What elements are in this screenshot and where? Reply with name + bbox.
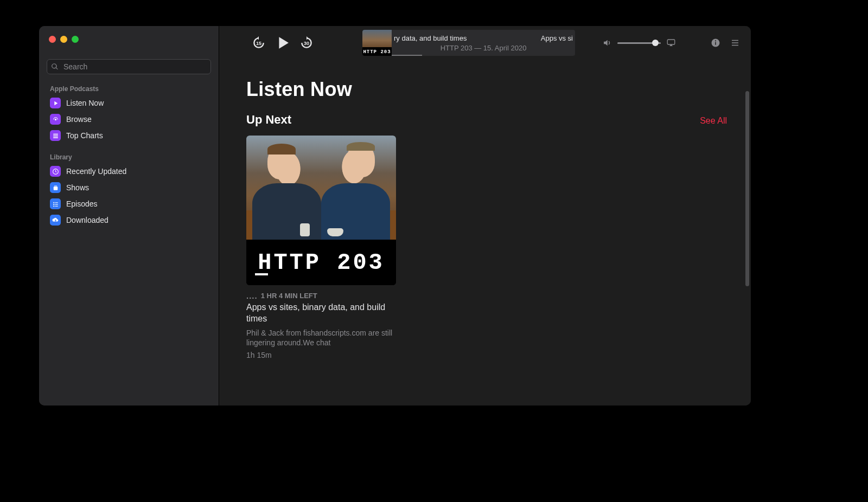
sidebar-item-episodes[interactable]: Episodes (47, 196, 211, 212)
download-cloud-icon (50, 215, 61, 226)
list-icon (50, 130, 61, 141)
sidebar-item-shows[interactable]: Shows (47, 179, 211, 196)
playback-controls: 15 30 (252, 36, 314, 50)
svg-rect-5 (53, 186, 58, 190)
clock-icon (50, 166, 61, 177)
sidebar-item-top-charts[interactable]: Top Charts (47, 127, 211, 144)
now-playing-subtitle: HTTP 203 — 15. April 2020 (441, 44, 527, 52)
svg-rect-10 (55, 204, 58, 204)
svg-rect-17 (732, 40, 738, 41)
episode-artwork: HTTP 203 (246, 136, 396, 285)
main-area: 15 30 HTTP 203 ry data, and build tim (219, 26, 751, 406)
svg-point-0 (54, 118, 56, 120)
window-controls (47, 36, 211, 43)
list-bullet-icon (50, 198, 61, 209)
sidebar-item-label: Listen Now (66, 99, 104, 107)
queue-icon[interactable] (730, 38, 740, 48)
airplay-icon[interactable] (666, 38, 676, 48)
page-title: Listen Now (246, 78, 727, 101)
content-area: Listen Now Up Next See All (219, 60, 751, 406)
sidebar-item-label: Downloaded (66, 216, 108, 224)
skip-forward-seconds: 30 (304, 41, 309, 46)
play-square-icon (50, 98, 61, 108)
search-field-wrapper (47, 59, 211, 74)
progress-dots-icon: .... (246, 293, 258, 299)
now-playing-artwork: HTTP 203 (362, 30, 392, 56)
svg-rect-13 (667, 40, 675, 44)
now-playing-text: ry data, and build times Apps vs si HTTP… (392, 30, 575, 56)
svg-rect-12 (55, 205, 58, 206)
svg-rect-19 (732, 45, 738, 46)
close-window-button[interactable] (49, 36, 56, 43)
app-window: Apple Podcasts Listen Now Browse Top Cha… (39, 26, 751, 406)
sidebar-item-listen-now[interactable]: Listen Now (47, 95, 211, 111)
svg-point-9 (53, 203, 54, 204)
sidebar-item-recently-updated[interactable]: Recently Updated (47, 163, 211, 179)
sidebar: Apple Podcasts Listen Now Browse Top Cha… (39, 26, 219, 406)
episode-length: 1h 15m (246, 351, 396, 359)
sidebar-item-label: Recently Updated (66, 167, 126, 176)
section-label-apple-podcasts: Apple Podcasts (47, 82, 211, 95)
svg-point-11 (53, 205, 54, 207)
up-next-heading: Up Next (246, 113, 291, 127)
svg-point-16 (715, 40, 716, 41)
artwork-label: HTTP 203 (246, 241, 396, 285)
episode-card[interactable]: HTTP 203 .... 1 HR 4 MIN LEFT Apps vs si… (246, 136, 396, 359)
search-input[interactable] (47, 59, 211, 74)
zoom-window-button[interactable] (72, 36, 79, 43)
toolbar-right-controls (711, 38, 740, 48)
now-playing-title-right: Apps vs si (541, 34, 573, 42)
sidebar-item-label: Shows (66, 183, 89, 192)
svg-rect-8 (55, 202, 58, 203)
svg-rect-1 (53, 133, 58, 134)
episode-description: Phil & Jack from fishandscripts.com are … (246, 328, 396, 347)
now-playing-panel[interactable]: HTTP 203 ry data, and build times Apps v… (362, 30, 575, 56)
antenna-icon (50, 114, 61, 125)
sidebar-item-label: Top Charts (66, 131, 103, 140)
svg-rect-3 (53, 137, 58, 138)
skip-forward-button[interactable]: 30 (299, 36, 314, 50)
svg-point-7 (53, 202, 54, 203)
minimize-window-button[interactable] (60, 36, 67, 43)
now-playing-progress[interactable] (392, 55, 422, 56)
now-playing-title-left: ry data, and build times (394, 34, 467, 42)
episode-title: Apps vs sites, binary data, and build ti… (246, 302, 396, 325)
toolbar: 15 30 HTTP 203 ry data, and build tim (219, 26, 751, 60)
svg-rect-18 (732, 42, 738, 43)
sidebar-item-browse[interactable]: Browse (47, 111, 211, 127)
stack-icon (50, 182, 61, 193)
see-all-link[interactable]: See All (700, 116, 727, 126)
time-remaining: 1 HR 4 MIN LEFT (261, 292, 317, 300)
skip-back-seconds: 15 (256, 41, 261, 46)
sidebar-item-label: Browse (66, 115, 92, 124)
svg-rect-6 (54, 185, 56, 186)
volume-icon (602, 38, 612, 48)
sidebar-item-label: Episodes (66, 199, 98, 208)
episode-meta: .... 1 HR 4 MIN LEFT (246, 292, 396, 300)
svg-rect-2 (53, 135, 58, 136)
section-header-up-next: Up Next See All (246, 113, 727, 127)
section-label-library: Library (47, 150, 211, 163)
sidebar-item-downloaded[interactable]: Downloaded (47, 212, 211, 228)
volume-controls (602, 38, 676, 48)
svg-rect-15 (715, 42, 716, 45)
volume-slider[interactable] (617, 42, 661, 44)
skip-back-button[interactable]: 15 (252, 36, 266, 50)
scrollbar-thumb[interactable] (745, 91, 749, 286)
info-icon[interactable] (711, 38, 720, 48)
play-button[interactable] (276, 36, 290, 50)
now-playing-art-label: HTTP 203 (362, 49, 392, 55)
search-icon (51, 63, 59, 70)
